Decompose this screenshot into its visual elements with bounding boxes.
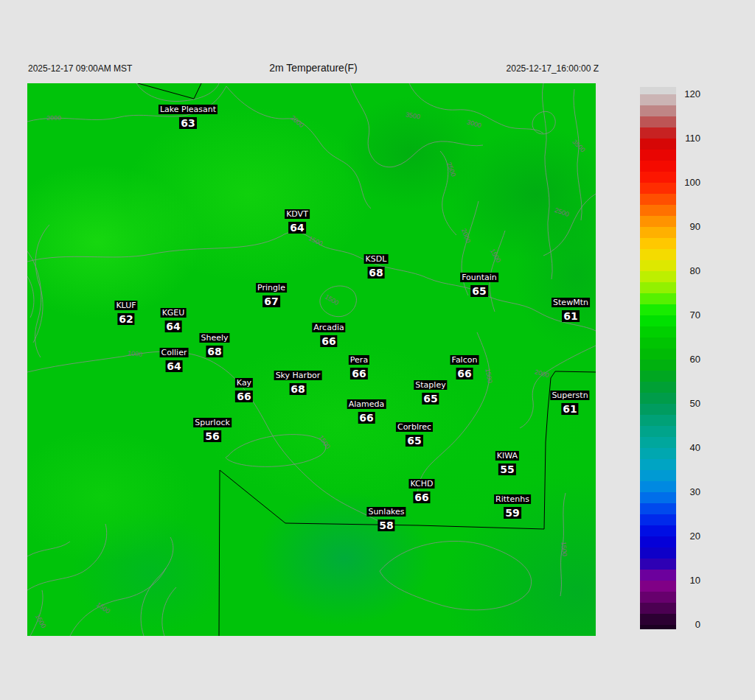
- station-name: Rittenhs: [494, 494, 531, 504]
- station-name: Sky Harbor: [274, 371, 322, 380]
- station-temperature-value: 56: [203, 430, 220, 442]
- station-name: KSDL: [364, 254, 389, 264]
- station: Sheely68: [199, 330, 229, 358]
- utc-timestamp: 2025-12-17_16:00:00 Z: [472, 63, 599, 74]
- contour-elevation-label: 1000: [128, 349, 143, 358]
- station-name: Kay: [235, 378, 253, 388]
- temperature-map: 2000200035003000250035002500200015001500…: [27, 83, 596, 636]
- station-temperature-value: 65: [470, 285, 487, 297]
- station-name: Collier: [160, 348, 189, 357]
- colorbar-tick: 10: [677, 574, 700, 587]
- station-temperature-value: 67: [262, 295, 279, 307]
- colorbar-tick: 90: [677, 220, 700, 233]
- weather-graphic: 2025-12-17 09:00AM MST 2m Temperature(F)…: [0, 0, 755, 700]
- station-temperature-value: 66: [456, 368, 473, 379]
- station: Rittenhs59: [494, 491, 531, 519]
- colorbar-tick: 0: [677, 618, 700, 631]
- station: KCHD66: [408, 476, 434, 504]
- station-temperature-value: 66: [350, 368, 367, 379]
- station-name: KDVT: [285, 209, 310, 219]
- station-name: Pera: [349, 355, 369, 365]
- station: Fountain65: [460, 270, 498, 298]
- station: StewMtn61: [552, 295, 590, 323]
- station: Corblrec65: [396, 419, 433, 447]
- station-temperature-value: 65: [406, 435, 422, 447]
- station-temperature-value: 68: [289, 383, 306, 395]
- station: KSDL68: [364, 251, 389, 279]
- colorbar-tick: 100: [677, 176, 700, 189]
- station-temperature-value: 59: [504, 507, 521, 519]
- station: Alameda66: [347, 396, 386, 424]
- station-temperature-value: 64: [165, 360, 182, 372]
- station-name: KCHD: [408, 479, 434, 489]
- station-name: Pringle: [256, 283, 287, 293]
- station: KLUF62: [114, 298, 137, 326]
- station-name: KLUF: [114, 301, 137, 310]
- station-name: Arcadia: [312, 323, 345, 332]
- station-name: Falcon: [450, 355, 479, 365]
- station-name: KGEU: [161, 308, 187, 318]
- station-name: Lake Pleasant: [159, 105, 218, 114]
- station-temperature-value: 58: [378, 519, 394, 531]
- colorbar-tick: 30: [677, 486, 700, 498]
- colorbar-tick: 70: [677, 309, 700, 321]
- colorbar-tick: 80: [677, 265, 700, 277]
- station: Sunlakes58: [366, 504, 406, 532]
- station: Arcadia66: [312, 320, 345, 348]
- station-name: Sunlakes: [366, 507, 406, 517]
- colorbar-tick: 120: [677, 88, 700, 100]
- station-temperature-value: 55: [498, 463, 515, 475]
- colorbar-tick: 40: [677, 441, 700, 454]
- colorbar-tick-labels: 1201101009080706050403020100: [677, 87, 700, 629]
- station: Spurlock56: [193, 415, 232, 443]
- station-name: Stapley: [414, 380, 447, 390]
- station-temperature-value: 68: [206, 346, 223, 357]
- station: Falcon66: [450, 352, 479, 380]
- station: Kay66: [235, 375, 253, 403]
- station: Pringle67: [256, 280, 287, 308]
- station: Superstn61: [550, 388, 589, 416]
- station-temperature-value: 66: [413, 491, 430, 503]
- station-name: Alameda: [347, 399, 386, 409]
- station: Sky Harbor68: [274, 368, 322, 396]
- station-temperature-value: 61: [561, 403, 578, 415]
- colorbar-tick: 20: [677, 530, 700, 542]
- station: KGEU64: [161, 305, 187, 333]
- contour-elevation-label: 2000: [46, 114, 61, 122]
- station-name: Spurlock: [193, 418, 232, 427]
- colorbar-tick: 110: [677, 132, 700, 144]
- station: Lake Pleasant63: [159, 102, 218, 130]
- station-temperature-value: 65: [422, 393, 439, 405]
- station: Stapley65: [414, 377, 447, 405]
- station-temperature-value: 64: [288, 222, 305, 234]
- station-temperature-value: 66: [320, 335, 337, 347]
- station: Pera66: [349, 352, 369, 380]
- station-name: Corblrec: [396, 422, 433, 432]
- station-name: Superstn: [550, 391, 589, 400]
- elevation-contours: [27, 83, 596, 636]
- colorbar-tick: 60: [677, 353, 700, 365]
- station-name: Fountain: [460, 273, 498, 282]
- station: Collier64: [160, 345, 189, 373]
- station-temperature-value: 66: [358, 412, 375, 424]
- station-temperature-value: 64: [164, 321, 181, 332]
- colorbar-tick: 50: [677, 397, 700, 410]
- temperature-colorbar: [640, 87, 676, 629]
- station: KDVT64: [285, 206, 310, 234]
- station-name: Sheely: [199, 333, 229, 343]
- station-temperature-value: 61: [562, 310, 579, 322]
- station-temperature-value: 62: [117, 313, 134, 325]
- station-name: KIWA: [495, 451, 519, 461]
- station-temperature-value: 66: [235, 391, 252, 402]
- station-temperature-value: 63: [179, 117, 196, 129]
- station: KIWA55: [495, 448, 519, 476]
- station-temperature-value: 68: [367, 267, 384, 279]
- station-name: StewMtn: [552, 298, 590, 307]
- contour-lines-svg: [27, 83, 596, 636]
- contour-elevation-label: 1500: [560, 542, 568, 557]
